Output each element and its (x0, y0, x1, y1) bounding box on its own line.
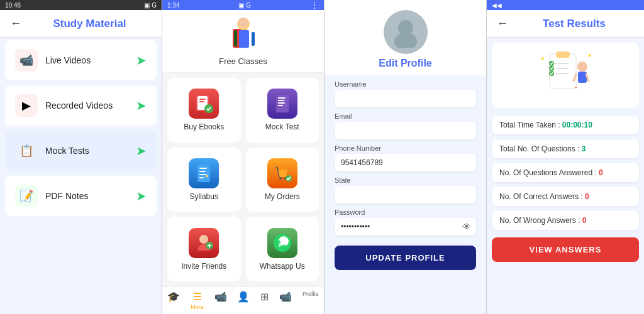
svg-point-3 (238, 18, 248, 28)
state-label: State (335, 176, 476, 184)
result-illustration-card: ★ ★ ● (492, 43, 639, 108)
update-profile-button[interactable]: UPDATE PROFILE (335, 246, 476, 270)
profile-top: Edit Profile (325, 0, 486, 75)
result-total-questions: Total No. Of Questions : 3 (492, 139, 639, 158)
recorded-videos-arrow: ➤ (136, 98, 147, 113)
status-bar-2: 1:34 ▣ G ⋮ (162, 0, 324, 10)
bottom-nav-video[interactable]: 📹 (214, 291, 227, 310)
live-videos-arrow: ➤ (136, 53, 147, 68)
result-svg: ★ ★ ● (537, 51, 594, 98)
phone-input[interactable] (335, 154, 476, 171)
svg-rect-29 (550, 54, 576, 89)
recorded-videos-icon: ▶ (15, 94, 38, 117)
svg-point-28 (394, 33, 417, 48)
back-button-4[interactable]: ← (497, 17, 508, 30)
study-material-title: Study Material (28, 18, 152, 30)
mock-tests-arrow: ➤ (136, 143, 147, 158)
email-input[interactable] (335, 122, 476, 139)
bottom-nav-grid[interactable]: ⊞ (260, 291, 269, 310)
menu-item-live-videos[interactable]: 📹 Live Videos ➤ (5, 40, 157, 80)
svg-text:●: ● (575, 85, 577, 89)
pdf-notes-label: PDF Notes (45, 191, 136, 201)
status-time-2: 1:34 (167, 2, 179, 9)
result-illustration: ★ ★ ● (499, 49, 631, 99)
svg-rect-14 (278, 102, 285, 104)
live-videos-icon: 📹 (15, 49, 38, 72)
svg-rect-2 (239, 30, 249, 48)
status-bar-4: ◀◀ (487, 0, 644, 10)
correct-value: 0 (585, 192, 589, 201)
svg-rect-4 (234, 30, 237, 46)
email-group: Email (335, 112, 476, 139)
invite-friends-icon (189, 228, 219, 258)
grid-item-buy-ebooks[interactable]: Buy Ebooks (167, 78, 241, 143)
password-label: Password (335, 208, 476, 216)
dots-menu-icon[interactable]: ⋮ (310, 0, 319, 10)
grid-item-whatsapp-us[interactable]: Whatsapp Us (246, 217, 319, 281)
study-material-panel: 10:46 ▣ G ← Study Material 📹 Live Videos… (0, 0, 162, 314)
free-classes-illustration (221, 16, 265, 54)
svg-rect-20 (199, 177, 204, 178)
pdf-notes-icon: 📝 (15, 185, 38, 207)
video-nav-icon: 📹 (214, 291, 227, 303)
svg-rect-15 (278, 105, 283, 106)
result-correct: No. Of Correct Answers : 0 (492, 187, 639, 206)
test-results-panel: ◀◀ ← Test Results (487, 0, 644, 314)
password-wrapper: 👁 (335, 218, 476, 236)
live-videos-label: Live Videos (45, 55, 136, 65)
recorded-videos-label: Recorded Videos (45, 100, 136, 111)
my-orders-label: My Orders (265, 192, 300, 201)
bottom-nav-more[interactable]: ☰ More (191, 291, 204, 310)
password-input[interactable] (335, 218, 476, 236)
grid-item-mock-test[interactable]: Mock Test (246, 78, 319, 143)
wrong-value: 0 (582, 216, 587, 225)
time-taken-label: Total Time Taken : (499, 121, 562, 129)
username-group: Username (335, 80, 476, 107)
state-input[interactable] (335, 186, 476, 203)
mock-test-icon (267, 89, 297, 119)
bottom-nav-home[interactable]: 🎓 (167, 291, 180, 310)
my-orders-icon (267, 158, 297, 188)
view-answers-button[interactable]: VIEW ANSWERS (492, 237, 639, 262)
result-wrong: No. Of Wrong Answers : 0 (492, 211, 639, 230)
status-icons-2: ▣ G (238, 2, 251, 9)
wrong-label: No. Of Wrong Answers : (499, 216, 582, 225)
bottom-nav-rec[interactable]: 📹 (279, 291, 292, 310)
grid-item-my-orders[interactable]: My Orders (246, 148, 319, 212)
status-time-1: 10:46 (5, 2, 21, 9)
menu-item-mock-tests[interactable]: 📋 Mock Tests ➤ (5, 131, 157, 171)
free-classes-section: Free Classes (162, 10, 324, 73)
home-nav-icon: 🎓 (167, 291, 180, 303)
grid-menu-panel: 1:34 ▣ G ⋮ Free Classes Buy Ebooks (162, 0, 325, 314)
username-input[interactable] (335, 90, 476, 107)
pdf-notes-arrow: ➤ (136, 188, 147, 203)
grid-item-syllabus[interactable]: Syllabus (167, 148, 241, 212)
total-questions-value: 3 (582, 144, 586, 153)
back-button-1[interactable]: ← (10, 17, 21, 30)
bottom-nav-user[interactable]: 👤 (237, 291, 250, 310)
menu-item-recorded-videos[interactable]: ▶ Recorded Videos ➤ (5, 85, 157, 126)
result-answered: No. Of Questions Answered : 0 (492, 163, 639, 182)
buy-ebooks-label: Buy Ebooks (184, 122, 224, 131)
grid-item-invite-friends[interactable]: Invite Friends (167, 217, 241, 281)
menu-item-pdf-notes[interactable]: 📝 PDF Notes ➤ (5, 176, 157, 216)
svg-rect-30 (556, 51, 570, 58)
status-bar-1: 10:46 ▣ G (0, 0, 162, 10)
test-results-title: Test Results (514, 18, 634, 30)
status-left-4: ◀◀ (492, 2, 502, 9)
password-group: Password 👁 (335, 208, 476, 236)
svg-point-37 (577, 62, 587, 72)
state-group: State (335, 176, 476, 203)
grid-nav-icon: ⊞ (260, 291, 269, 303)
bottom-nav: 🎓 ☰ More 📹 👤 ⊞ 📹 Profile (162, 286, 324, 314)
time-taken-value: 00:00:10 (562, 121, 592, 129)
edit-profile-title: Edit Profile (379, 58, 431, 69)
username-label: Username (335, 80, 476, 88)
study-material-header: ← Study Material (0, 10, 162, 38)
total-questions-label: Total No. Of Questions : (499, 144, 582, 153)
bottom-nav-profile[interactable]: Profile (303, 291, 319, 310)
svg-rect-16 (197, 165, 210, 182)
rec-nav-icon: 📹 (279, 291, 292, 303)
correct-label: No. Of Correct Answers : (499, 192, 585, 201)
eye-icon[interactable]: 👁 (462, 222, 471, 232)
